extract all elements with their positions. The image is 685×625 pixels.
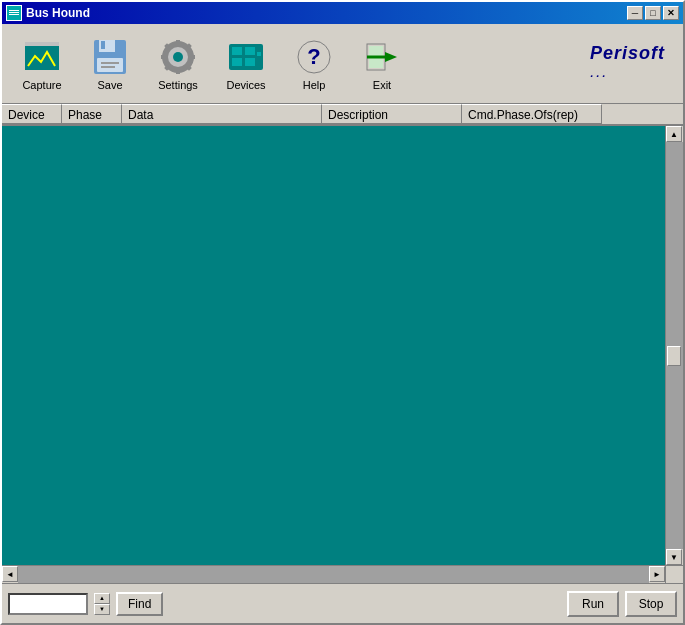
svg-rect-6: [25, 42, 59, 46]
perisoft-logo: Perisoft ···: [590, 43, 675, 85]
svg-rect-28: [245, 58, 255, 66]
run-button[interactable]: Run: [567, 591, 619, 617]
svg-rect-9: [101, 41, 105, 49]
exit-label: Exit: [373, 79, 391, 91]
devices-button[interactable]: Devices: [214, 29, 278, 99]
spinner-up[interactable]: ▲: [94, 593, 110, 604]
svg-rect-26: [245, 47, 255, 55]
svg-rect-1: [9, 10, 19, 11]
svg-rect-19: [188, 55, 195, 59]
svg-text:?: ?: [307, 44, 320, 69]
save-icon: [90, 37, 130, 77]
brand-suffix: ···: [590, 70, 608, 82]
svg-rect-11: [101, 62, 119, 64]
capture-label: Capture: [22, 79, 61, 91]
scroll-left-button[interactable]: ◄: [2, 566, 18, 582]
devices-icon: [226, 37, 266, 77]
window-title: Bus Hound: [26, 6, 90, 20]
vertical-scrollbar[interactable]: ▲ ▼: [665, 126, 683, 565]
close-button[interactable]: ✕: [663, 6, 679, 20]
title-buttons: ─ □ ✕: [627, 6, 679, 20]
scroll-down-button[interactable]: ▼: [666, 549, 682, 565]
save-label: Save: [97, 79, 122, 91]
svg-rect-10: [97, 58, 123, 72]
svg-rect-25: [232, 47, 242, 55]
help-icon: ?: [294, 37, 334, 77]
settings-button[interactable]: Settings: [146, 29, 210, 99]
col-header-phase[interactable]: Phase: [62, 104, 122, 124]
svg-rect-18: [161, 55, 168, 59]
scroll-right-button[interactable]: ►: [649, 566, 665, 582]
svg-rect-12: [101, 66, 115, 68]
settings-icon: [158, 37, 198, 77]
svg-rect-17: [176, 67, 180, 74]
window-icon: [6, 5, 22, 21]
svg-rect-2: [9, 12, 19, 13]
main-window: Bus Hound ─ □ ✕ Capture: [0, 0, 685, 625]
help-label: Help: [303, 79, 326, 91]
maximize-button[interactable]: □: [645, 6, 661, 20]
settings-label: Settings: [158, 79, 198, 91]
stop-button[interactable]: Stop: [625, 591, 677, 617]
col-header-data[interactable]: Data: [122, 104, 322, 124]
capture-icon: [22, 37, 62, 77]
data-display-area: [2, 126, 665, 565]
svg-marker-34: [385, 52, 397, 62]
find-spinner: ▲ ▼: [94, 593, 110, 615]
minimize-button[interactable]: ─: [627, 6, 643, 20]
exit-button[interactable]: Exit: [350, 29, 414, 99]
devices-label: Devices: [226, 79, 265, 91]
find-button[interactable]: Find: [116, 592, 163, 616]
capture-button[interactable]: Capture: [10, 29, 74, 99]
find-input[interactable]: [8, 593, 88, 615]
title-bar: Bus Hound ─ □ ✕: [2, 2, 683, 24]
help-button[interactable]: ? Help: [282, 29, 346, 99]
horizontal-scrollbar[interactable]: ◄ ►: [2, 565, 683, 583]
spinner-down[interactable]: ▼: [94, 604, 110, 615]
svg-rect-27: [232, 58, 242, 66]
h-scroll-track[interactable]: [18, 566, 649, 583]
svg-rect-3: [9, 14, 19, 15]
scroll-thumb[interactable]: [667, 346, 681, 366]
col-header-device[interactable]: Device: [2, 104, 62, 124]
scroll-up-button[interactable]: ▲: [666, 126, 682, 142]
save-button[interactable]: Save: [78, 29, 142, 99]
svg-point-15: [173, 52, 183, 62]
svg-rect-5: [25, 44, 59, 70]
main-area: ▲ ▼: [2, 126, 683, 565]
brand-name: Perisoft: [590, 43, 665, 63]
svg-rect-16: [176, 40, 180, 47]
title-bar-left: Bus Hound: [6, 5, 90, 21]
col-header-cmd[interactable]: Cmd.Phase.Ofs(rep): [462, 104, 602, 124]
col-header-description[interactable]: Description: [322, 104, 462, 124]
exit-icon: [362, 37, 402, 77]
bottom-bar: ▲ ▼ Find Run Stop: [2, 583, 683, 623]
toolbar: Capture Save: [2, 24, 683, 104]
scroll-track[interactable]: [666, 142, 683, 549]
col-header-scrollbar-filler: [602, 104, 620, 124]
column-headers: Device Phase Data Description Cmd.Phase.…: [2, 104, 683, 126]
scrollbar-corner: [665, 566, 683, 583]
svg-rect-29: [257, 52, 261, 56]
